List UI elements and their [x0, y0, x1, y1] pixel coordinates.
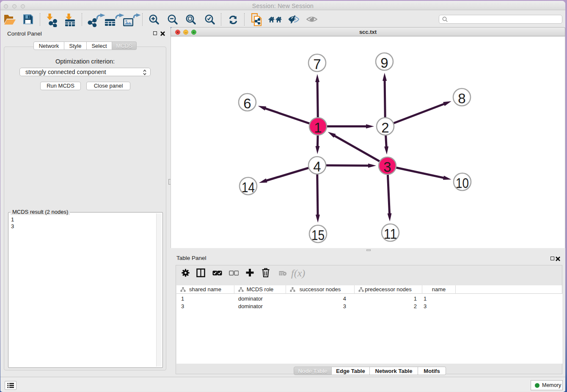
svg-text:11: 11 [384, 226, 397, 242]
svg-text:3: 3 [383, 159, 391, 175]
svg-text:2: 2 [381, 120, 389, 135]
svg-text:7: 7 [313, 56, 321, 72]
svg-text:9: 9 [380, 55, 388, 71]
svg-text:6: 6 [243, 96, 251, 111]
svg-text:8: 8 [458, 91, 465, 106]
svg-text:4: 4 [313, 159, 321, 174]
svg-text:15: 15 [311, 227, 325, 243]
svg-text:10: 10 [456, 175, 469, 191]
svg-text:1: 1 [314, 120, 322, 135]
svg-text:14: 14 [242, 179, 255, 195]
